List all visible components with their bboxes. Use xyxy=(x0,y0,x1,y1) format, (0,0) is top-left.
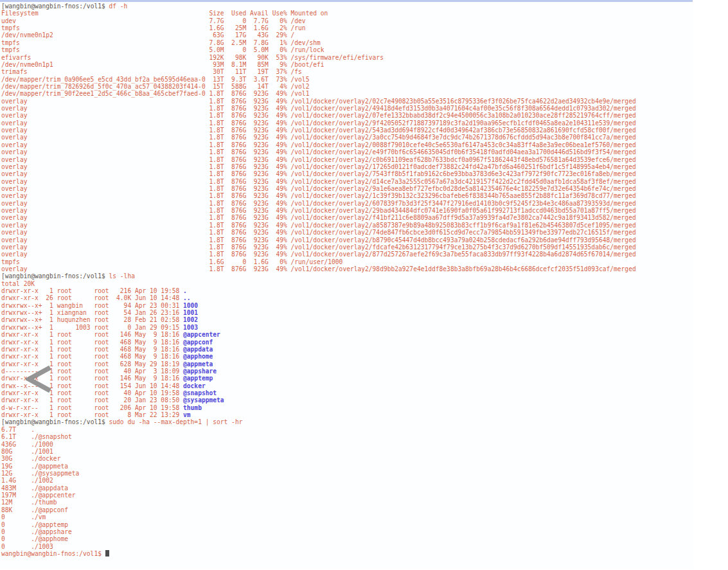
terminal-line: overlay 1.8T 876G 923G 49% /vol1/docker/… xyxy=(1,163,693,170)
terminal-line: overlay 1.8T 876G 923G 49% /vol1/docker/… xyxy=(1,141,693,148)
directory-name: docker xyxy=(183,382,206,389)
df-row: overlay 1.8T 876G 923G 49% /vol1/docker/… xyxy=(1,178,636,185)
terminal-line: drwxrwx--x+ 1 1003 root 0 Jan 29 09:15 1… xyxy=(1,324,693,331)
terminal-line: 0 ./@apphome xyxy=(1,535,693,542)
ls-row-fields: drwxrwx--x+ 1 wangbin root 94 Apr 23 00:… xyxy=(1,302,183,309)
terminal-line: d--------- 1 root root 40 Apr 3 18:09 @a… xyxy=(1,368,693,375)
df-row: overlay 1.8T 876G 923G 49% /vol1/docker/… xyxy=(1,127,636,134)
directory-name: @appconf xyxy=(183,339,213,346)
du-row: 0 ./vm xyxy=(1,513,46,521)
terminal-line: tmpfs 7.8G 2.5M 7.8G 1% /dev/shm xyxy=(1,39,693,46)
terminal-line: tmpfs 1.6G 0 1.6G 0% /run/user/1000 xyxy=(1,258,693,265)
shell-prompt: wangbin@wangbin-fnos:/vol1$ xyxy=(1,550,105,557)
ls-row-fields: drwxr-xr-x 1 root root 628 May 29 18:19 xyxy=(1,361,183,368)
terminal-line: drwx--x--- 1 root root 154 Jun 10 14:48 … xyxy=(1,382,693,389)
terminal-line: 0 ./vm xyxy=(1,513,693,521)
ls-row-fields: drwxr-xr-x 1 root root 468 May 9 18:16 xyxy=(1,339,183,346)
df-row: /dev/mapper/trim_0a906ee5_e5cd_43dd_bf2a… xyxy=(1,76,309,83)
shell-command: df -h xyxy=(109,3,128,10)
df-row: /dev/nvme0n1p1 93M 8.1M 85M 9% /boot/efi xyxy=(1,61,324,68)
df-row: trimafs 30T 11T 19T 37% /fs xyxy=(1,68,302,75)
df-row: overlay 1.8T 876G 923G 49% /vol1/docker/… xyxy=(1,112,636,119)
directory-name: 1003 xyxy=(183,324,198,331)
terminal-line: overlay 1.8T 876G 923G 49% /vol1/docker/… xyxy=(1,105,693,112)
terminal-line: 483M ./@appdata xyxy=(1,485,693,492)
terminal-line: 436G ./1000 xyxy=(1,441,693,448)
terminal-line: trimafs 30T 11T 19T 37% /fs xyxy=(1,68,693,75)
du-row: 12M ./thumb xyxy=(1,499,57,506)
terminal-line: drwxr-xr-x 1 root root 8 Mar 22 13:29 vm xyxy=(1,411,693,418)
terminal-line: 0 ./1003 xyxy=(1,543,693,550)
terminal-line: overlay 1.8T 876G 923G 49% /vol1/docker/… xyxy=(1,192,693,199)
terminal-line: tmpfs 5.0M 0 5.0M 0% /run/lock xyxy=(1,46,693,53)
terminal-line: /dev/nvme0n1p1 93M 8.1M 85M 9% /boot/efi xyxy=(1,61,693,68)
terminal-line: overlay 1.8T 876G 923G 49% /vol1/docker/… xyxy=(1,229,693,236)
directory-name: @appdata xyxy=(183,346,213,353)
df-row: overlay 1.8T 876G 923G 49% /vol1/docker/… xyxy=(1,244,636,251)
df-row: overlay 1.8T 876G 923G 49% /vol1/docker/… xyxy=(1,185,636,192)
terminal-line: overlay 1.8T 876G 923G 49% /vol1/docker/… xyxy=(1,251,693,258)
terminal-line: 6.1T ./@snapshot xyxy=(1,433,693,440)
terminal-line: overlay 1.8T 876G 923G 49% /vol1/docker/… xyxy=(1,214,693,221)
df-row: overlay 1.8T 876G 923G 49% /vol1/docker/… xyxy=(1,229,636,236)
du-row: 88K ./@appconf xyxy=(1,506,68,513)
terminal-window: [wangbin@wangbin-fnos:/vol1$ df -hFilesy… xyxy=(0,0,693,569)
ls-row-fields: drwxr-xr-x 1 root root 20 Jan 23 08:50 xyxy=(1,396,183,404)
directory-name: @apphome xyxy=(183,353,213,360)
df-row: overlay 1.8T 876G 923G 49% /vol1/docker/… xyxy=(1,222,636,229)
terminal-line: drwxr-xr-x 1 root root 20 Jan 23 08:50 @… xyxy=(1,396,693,404)
du-row: 0 ./@apphome xyxy=(1,535,68,542)
terminal-command-line: [wangbin@wangbin-fnos:/vol1$ sudo du -ha… xyxy=(1,418,693,425)
terminal-line: 6.7T . xyxy=(1,426,693,433)
df-row: overlay 1.8T 876G 923G 49% /vol1/docker/… xyxy=(1,236,636,244)
df-row: tmpfs 5.0M 0 5.0M 0% /run/lock xyxy=(1,46,324,53)
shell-command: sudo du -ha --max-depth=1 | sort -hr xyxy=(109,418,243,425)
directory-name: 1000 xyxy=(183,302,198,309)
terminal-line: udev 7.7G 0 7.7G 0% /dev xyxy=(1,17,693,24)
terminal-line: drwxr-xr-x 1 root root 40 Apr 10 19:58 @… xyxy=(1,389,693,396)
terminal-line: overlay 1.8T 876G 923G 49% /vol1/docker/… xyxy=(1,265,693,272)
directory-name: @sysappmeta xyxy=(183,396,224,404)
du-row: 12G ./@sysappmeta xyxy=(1,470,79,477)
terminal-line: /dev/mapper/trim_0a906ee5_e5cd_43dd_bf2a… xyxy=(1,76,693,83)
df-row: overlay 1.8T 876G 923G 49% /vol1/docker/… xyxy=(1,265,636,272)
terminal-line: overlay 1.8T 876G 923G 49% /vol1/docker/… xyxy=(1,178,693,185)
terminal-command-line: [wangbin@wangbin-fnos:/vol1$ ls -lha xyxy=(1,272,693,280)
terminal-line: overlay 1.8T 876G 923G 49% /vol1/docker/… xyxy=(1,185,693,192)
terminal-screen[interactable]: [wangbin@wangbin-fnos:/vol1$ df -hFilesy… xyxy=(0,2,693,557)
terminal-line: drwxr-xr-x 1 root root 468 May 9 18:16 @… xyxy=(1,346,693,353)
du-row: 0 ./1003 xyxy=(1,543,53,550)
ls-row-fields: drwxr-xr-x 1 root root 216 Apr 10 19:58 xyxy=(1,287,183,294)
df-row: /dev/mapper/trim_7826926d_5f0c_470a_ac57… xyxy=(1,83,309,90)
terminal-cursor xyxy=(105,550,110,557)
df-row: overlay 1.8T 876G 923G 49% /vol1/docker/… xyxy=(1,141,636,148)
terminal-line: tmpfs 1.6G 25M 1.6G 2% /run xyxy=(1,24,693,31)
df-row: tmpfs 1.6G 25M 1.6G 2% /run xyxy=(1,24,306,31)
du-row: 483M ./@appdata xyxy=(1,485,68,492)
du-row: 1.4G ./1002 xyxy=(1,477,53,484)
df-row: tmpfs 1.6G 0 1.6G 0% /run/user/1000 xyxy=(1,258,342,265)
df-row: overlay 1.8T 876G 923G 49% /vol1/docker/… xyxy=(1,163,636,170)
df-row: efivarfs 192K 98K 90K 53% /sys/firmware/… xyxy=(1,54,384,61)
terminal-line: drwxr-xr-x 1 root root 468 May 9 18:16 @… xyxy=(1,339,693,346)
terminal-line: Filesystem Size Used Avail Use% Mounted … xyxy=(1,10,693,17)
terminal-line: 0 ./@apptemp xyxy=(1,521,693,528)
directory-name: @appshare xyxy=(183,368,217,375)
df-header: Filesystem Size Used Avail Use% Mounted … xyxy=(1,10,328,17)
terminal-line: overlay 1.8T 876G 923G 49% /vol1/docker/… xyxy=(1,127,693,134)
ls-row-fields: drwxr-xr-x 1 root root 146 May 9 18:16 xyxy=(1,375,183,382)
df-row: overlay 1.8T 876G 923G 49% /vol1/docker/… xyxy=(1,134,636,141)
terminal-line: overlay 1.8T 876G 923G 49% /vol1/docker/… xyxy=(1,236,693,244)
shell-prompt: wangbin@wangbin-fnos:/vol1$ xyxy=(5,272,109,280)
terminal-line: 1.4G ./1002 xyxy=(1,477,693,484)
du-row: 6.1T ./@snapshot xyxy=(1,433,72,440)
df-row: overlay 1.8T 876G 923G 49% /vol1/docker/… xyxy=(1,192,636,199)
terminal-line: drwxr-xr-x 26 root root 4.0K Jun 10 14:4… xyxy=(1,294,693,301)
shell-prompt: wangbin@wangbin-fnos:/vol1$ xyxy=(5,418,109,425)
ls-row-fields: drwxr-xr-x 1 root root 40 Apr 10 19:58 xyxy=(1,389,183,396)
directory-name: @appmeta xyxy=(183,361,213,368)
terminal-command-line: [wangbin@wangbin-fnos:/vol1$ df -h xyxy=(1,3,693,10)
terminal-line: drwxrwx--x+ 1 huqunzhen root 28 Feb 21 0… xyxy=(1,316,693,323)
ls-row-fields: drwxr-xr-x 1 root root 8 Mar 22 13:29 xyxy=(1,411,183,418)
ls-row-fields: drwxrwx--x+ 1 xiangnan root 54 Jan 26 23… xyxy=(1,309,183,316)
